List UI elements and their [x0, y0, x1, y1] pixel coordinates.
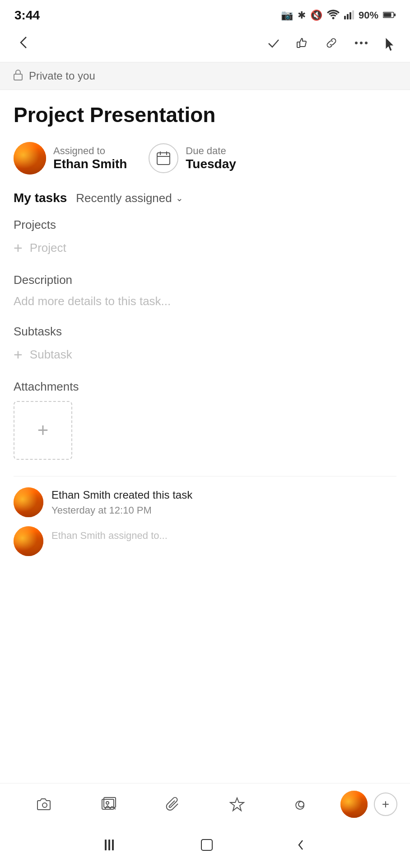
status-time: 3:44 — [14, 8, 40, 23]
thumbsup-icon[interactable] — [295, 36, 310, 53]
description-placeholder[interactable]: Add more details to this task... — [14, 294, 396, 308]
subtasks-section: Subtasks + Subtask — [14, 325, 396, 363]
svg-rect-25 — [112, 840, 114, 850]
assignee-section[interactable]: Assigned to Ethan Smith — [14, 142, 127, 175]
svg-rect-2 — [347, 14, 349, 19]
attachments-section: Attachments + — [14, 380, 396, 460]
projects-header: Projects — [14, 218, 396, 232]
description-section: Description Add more details to this tas… — [14, 273, 396, 308]
description-header: Description — [14, 273, 396, 287]
svg-point-20 — [106, 802, 109, 804]
projects-section: Projects + Project — [14, 218, 396, 257]
add-collaborator-button[interactable]: + — [374, 793, 397, 816]
mute-icon: 🔇 — [310, 9, 322, 21]
svg-point-9 — [355, 42, 358, 44]
private-banner: Private to you — [0, 62, 410, 90]
recently-assigned-text: Recently assigned — [76, 191, 172, 205]
svg-rect-7 — [394, 14, 396, 16]
camera-button[interactable] — [13, 797, 77, 812]
due-date-info: Due date Tuesday — [186, 145, 236, 171]
top-nav — [0, 27, 410, 62]
calendar-icon — [149, 143, 178, 173]
task-title: Project Presentation — [14, 103, 396, 127]
svg-rect-13 — [157, 153, 170, 165]
add-attachment-icon: + — [37, 420, 49, 441]
activity-text-2: Ethan Smith assigned to... — [51, 526, 396, 542]
svg-rect-1 — [344, 16, 346, 19]
star-button[interactable] — [205, 797, 269, 812]
activity-faded-2: Ethan Smith assigned to... — [51, 530, 396, 542]
system-menu-button[interactable] — [99, 834, 123, 859]
status-icons: 📷 ✱ 🔇 90% — [281, 9, 396, 22]
avatar — [14, 142, 46, 175]
nav-actions — [266, 35, 396, 54]
my-tasks-label: My tasks — [14, 191, 67, 205]
add-project-row[interactable]: + Project — [14, 239, 396, 257]
due-date-value: Tuesday — [186, 157, 236, 171]
assignee-label: Assigned to — [53, 145, 127, 157]
svg-rect-12 — [14, 74, 22, 80]
svg-rect-24 — [108, 840, 110, 850]
system-nav-bar — [0, 825, 410, 868]
recently-assigned-dropdown[interactable]: Recently assigned ⌄ — [76, 191, 183, 205]
add-project-icon: + — [14, 239, 23, 257]
battery-icon — [383, 9, 396, 21]
bottom-toolbar: + — [0, 783, 410, 825]
svg-point-11 — [365, 42, 368, 44]
back-button[interactable] — [13, 32, 34, 57]
image-library-button[interactable] — [77, 797, 141, 812]
battery-percentage: 90% — [359, 9, 378, 21]
lock-icon — [13, 69, 23, 83]
svg-rect-3 — [349, 12, 351, 19]
svg-point-17 — [42, 803, 47, 807]
svg-rect-4 — [352, 10, 354, 19]
svg-rect-6 — [384, 13, 391, 17]
activity-avatar-2 — [14, 526, 43, 556]
check-icon[interactable] — [266, 36, 281, 53]
svg-marker-21 — [230, 798, 244, 811]
due-date-label: Due date — [186, 145, 236, 157]
add-subtask-label: Subtask — [30, 348, 72, 362]
private-text: Private to you — [29, 70, 95, 82]
svg-point-0 — [332, 17, 334, 19]
assignee-info: Assigned to Ethan Smith — [53, 145, 127, 171]
subtasks-header: Subtasks — [14, 325, 396, 339]
activity-item-2: Ethan Smith assigned to... — [14, 526, 396, 556]
wifi-icon — [327, 9, 340, 22]
svg-rect-26 — [201, 840, 212, 850]
add-project-label: Project — [30, 241, 66, 255]
svg-rect-8 — [297, 42, 300, 47]
due-date-section[interactable]: Due date Tuesday — [149, 143, 236, 173]
activity-main-1: Ethan Smith created this task — [51, 487, 396, 503]
signal-icon — [344, 9, 354, 22]
cursor-indicator — [384, 37, 396, 53]
bluetooth-icon: ✱ — [298, 9, 306, 21]
mention-button[interactable] — [269, 797, 333, 812]
attachments-header: Attachments — [14, 380, 396, 394]
status-bar: 3:44 📷 ✱ 🔇 90% — [0, 0, 410, 27]
activity-avatar-1 — [14, 487, 43, 517]
bottom-user-avatar[interactable] — [340, 791, 368, 818]
bottom-right-actions: + — [340, 791, 397, 818]
tasks-row: My tasks Recently assigned ⌄ — [14, 191, 396, 205]
link-icon[interactable] — [324, 36, 339, 53]
system-back-button[interactable] — [291, 833, 311, 860]
camera-status-icon: 📷 — [281, 9, 293, 21]
activity-item-1: Ethan Smith created this task Yesterday … — [14, 487, 396, 517]
more-icon[interactable] — [353, 35, 369, 54]
add-attachment-box[interactable]: + — [14, 401, 72, 460]
system-home-button[interactable] — [195, 833, 219, 860]
svg-point-10 — [360, 42, 363, 44]
assignee-name: Ethan Smith — [53, 157, 127, 171]
svg-rect-23 — [105, 840, 107, 850]
main-content: Project Presentation Assigned to Ethan S… — [0, 90, 410, 783]
activity-time-1: Yesterday at 12:10 PM — [51, 505, 396, 516]
dropdown-arrow: ⌄ — [176, 193, 183, 203]
attach-button[interactable] — [141, 797, 205, 812]
add-subtask-row[interactable]: + Subtask — [14, 346, 396, 363]
activity-section: Ethan Smith created this task Yesterday … — [14, 476, 396, 556]
activity-text-1: Ethan Smith created this task Yesterday … — [51, 487, 396, 516]
meta-row: Assigned to Ethan Smith Due date Tuesday — [14, 142, 396, 175]
add-subtask-icon: + — [14, 346, 23, 363]
